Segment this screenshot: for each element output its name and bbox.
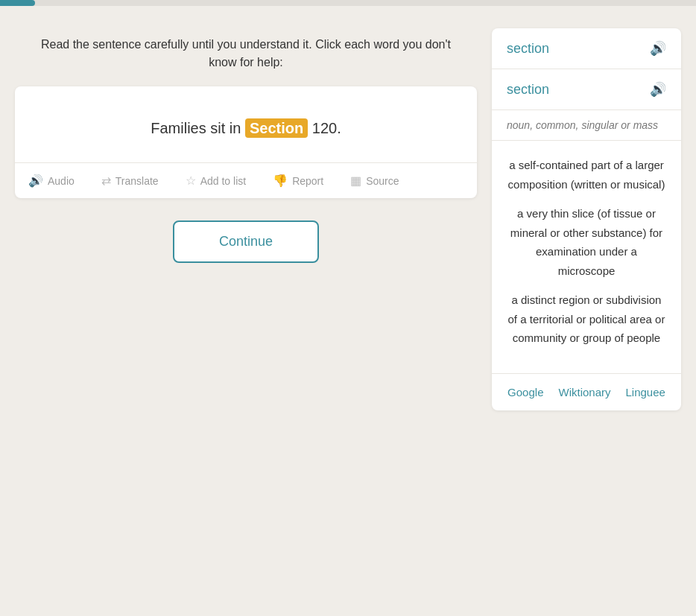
audio-button[interactable]: 🔊 Audio (15, 163, 88, 198)
speaker-icon-1[interactable]: 🔊 (650, 40, 666, 57)
speaker-icon-2[interactable]: 🔊 (650, 81, 666, 98)
word-2-text[interactable]: section (507, 82, 549, 98)
definition-3: a distinct region or subdivision of a te… (507, 290, 666, 348)
star-icon: ☆ (186, 174, 196, 188)
sentence-area: Families sit in Section 120. (15, 86, 477, 162)
left-panel: Read the sentence carefully until you un… (15, 28, 477, 410)
highlighted-word[interactable]: Section (245, 118, 308, 138)
translate-button[interactable]: ⇄ Translate (88, 163, 172, 198)
source-button[interactable]: ▦ Source (337, 163, 412, 198)
definition-1: a self-contained part of a larger compos… (507, 156, 666, 194)
report-button[interactable]: 👎 Report (259, 163, 337, 198)
sentence-card: Families sit in Section 120. 🔊 Audio ⇄ T… (15, 86, 477, 198)
sentence-before: Families sit in (151, 120, 245, 136)
continue-button[interactable]: Continue (173, 220, 319, 263)
dict-link-linguee[interactable]: Linguee (626, 386, 665, 399)
instruction-text: Read the sentence carefully until you un… (37, 36, 455, 72)
add-to-list-button[interactable]: ☆ Add to list (172, 163, 259, 198)
progress-bar-container (0, 0, 696, 6)
links-area: GoogleWiktionaryLinguee (492, 373, 681, 410)
source-icon: ▦ (350, 174, 361, 188)
toolbar: 🔊 Audio ⇄ Translate ☆ Add to list 👎 Repo… (15, 162, 477, 198)
word-1-text[interactable]: section (507, 41, 549, 57)
dict-link-wiktionary[interactable]: Wiktionary (558, 386, 610, 399)
definition-2: a very thin slice (of tissue or mineral … (507, 204, 666, 280)
sentence-after: 120. (308, 120, 341, 136)
thumbsdown-icon: 👎 (273, 174, 288, 188)
part-of-speech: noun, common, singular or mass (492, 110, 681, 141)
progress-bar-fill (0, 0, 35, 6)
right-panel: section 🔊 section 🔊 noun, common, singul… (492, 28, 681, 410)
audio-icon: 🔊 (28, 174, 43, 188)
word-entry-2: section 🔊 (492, 69, 681, 110)
translate-icon: ⇄ (101, 174, 111, 188)
dict-link-google[interactable]: Google (507, 386, 543, 399)
word-entry-1: section 🔊 (492, 28, 681, 69)
definitions-area: a self-contained part of a larger compos… (492, 141, 681, 373)
